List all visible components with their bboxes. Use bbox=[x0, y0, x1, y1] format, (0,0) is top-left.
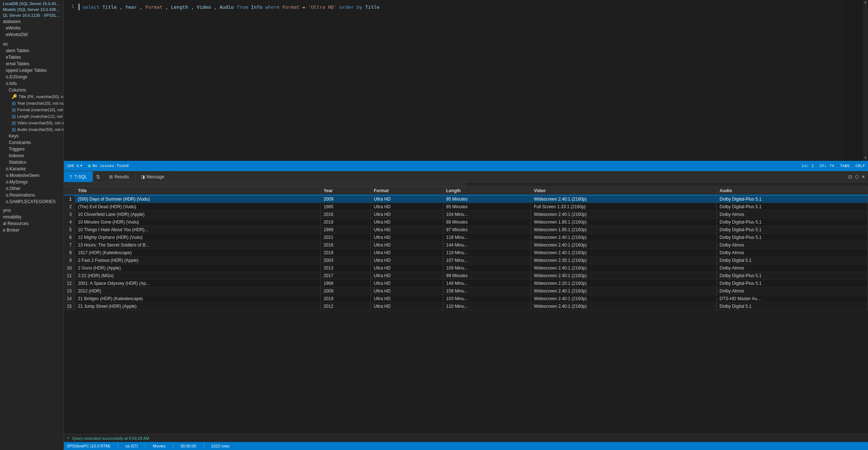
sidebar-item-columns[interactable]: Columns bbox=[0, 87, 63, 93]
cell-year: 1968 bbox=[320, 280, 371, 287]
sidebar-item-title-col[interactable]: 🔑 Title (PK, nvarchar(50), not nul bbox=[0, 93, 63, 100]
sidebar-item-localdb[interactable]: LocalDB (SQL Server 15.0.4382.1 bbox=[0, 1, 63, 7]
sidebar-item-mmability[interactable]: mmability bbox=[0, 214, 63, 220]
table-row[interactable]: 81917 (HDR) (Kaleidescape)2019Ultra HD11… bbox=[64, 249, 868, 257]
ch-indicator: Ch: 74 bbox=[820, 164, 834, 168]
cell-format: Ultra HD bbox=[371, 226, 443, 234]
table-row[interactable]: 612 Mighty Orphans (HDR) (Vudu)2021Ultra… bbox=[64, 234, 868, 241]
col-header-format[interactable]: Format bbox=[371, 187, 443, 195]
sidebar-item-audio-col[interactable]: ▤ Audio (nvarchar(50), not null) bbox=[0, 126, 63, 133]
text-cursor bbox=[78, 4, 80, 10]
table-row[interactable]: 92 Fast 2 Furious (HDR) (Apple)2003Ultra… bbox=[64, 257, 868, 264]
sidebar-item-other[interactable]: o.Other bbox=[0, 185, 63, 192]
col-header-video[interactable]: Video bbox=[531, 187, 717, 195]
sidebar-item-karaoke[interactable]: o.Karaoke bbox=[0, 166, 63, 172]
zoom-control[interactable]: 100 % ▼ bbox=[67, 164, 82, 168]
sidebar-item-mysongs[interactable]: o.MySongs bbox=[0, 179, 63, 185]
sidebar-item-yms[interactable]: yms bbox=[0, 207, 63, 214]
column-icon2: ▤ bbox=[12, 107, 16, 112]
table-row[interactable]: 2(The) Evil Dead (HDR) (Vudu)1985Ultra H… bbox=[64, 203, 868, 211]
float-results-icon[interactable]: ⬡ bbox=[855, 174, 859, 179]
sidebar-item-keys[interactable]: Keys bbox=[0, 133, 63, 139]
table-row[interactable]: 510 Things I Hate About You (HDR)...1999… bbox=[64, 226, 868, 234]
table-row[interactable]: 1521 Jump Street (HDR) (Apple)2012Ultra … bbox=[64, 303, 868, 310]
sql-editor[interactable]: 1 select Title , Year , Format , Length … bbox=[64, 0, 868, 171]
cell-length: 109 Minu... bbox=[443, 264, 531, 272]
sidebar-item-djsongs[interactable]: o.DJSongs bbox=[0, 74, 63, 80]
table-row[interactable]: 122001: A Space Odyssey (HDR) (Ap...1968… bbox=[64, 280, 868, 287]
sidebar-item-databases[interactable]: atabases bbox=[0, 18, 63, 25]
tab-results[interactable]: ⊞ Results bbox=[103, 171, 135, 182]
cell-format: Ultra HD bbox=[371, 264, 443, 272]
sidebar-item-statistics[interactable]: Statistics bbox=[0, 159, 63, 166]
results-horizontal-scrollbar[interactable] bbox=[64, 182, 868, 187]
zoom-dropdown-icon[interactable]: ▼ bbox=[80, 164, 82, 168]
sidebar-item-triggers[interactable]: Triggers bbox=[0, 146, 63, 152]
tab-message[interactable]: ◨ Message bbox=[135, 171, 170, 182]
cell-format: Ultra HD bbox=[371, 249, 443, 257]
cell-audio: Dolby Atmos bbox=[717, 211, 868, 218]
col-header-audio[interactable]: Audio bbox=[717, 187, 868, 195]
cell-year: 2009 bbox=[320, 287, 371, 295]
cell-length: 104 Minu... bbox=[443, 211, 531, 218]
results-table-container[interactable]: Title Year Format Length Video Audio 1(5… bbox=[64, 187, 868, 434]
tab-results-label: Results bbox=[114, 174, 129, 179]
cell-video: Widescreen 2.40:1 (2160p) bbox=[531, 295, 717, 303]
col-header-year[interactable]: Year bbox=[320, 187, 371, 195]
sidebar-item-al-resources[interactable]: al Resources bbox=[0, 220, 63, 227]
cell-audio: Dolby Digital-Plus 5.1 bbox=[717, 195, 868, 203]
cell-video: Widescreen 2.40:1 (2160p) bbox=[531, 303, 717, 310]
sidebar-item-eworksdw[interactable]: eWorksDW bbox=[0, 31, 63, 38]
table-row[interactable]: 1421 Bridges (HDR) (Kaleidescape)2019Ult… bbox=[64, 295, 868, 303]
sidebar-item-sqlserver16[interactable]: QL Server 16.0.1135 - XPSSLOWPC bbox=[0, 12, 63, 18]
sidebar-item-reservations[interactable]: o.Reservations bbox=[0, 192, 63, 198]
tab-tsql[interactable]: T T-SQL bbox=[64, 171, 93, 182]
column-icon3: ▤ bbox=[12, 114, 16, 119]
sidebar-item-moviesiveseen[interactable]: o.MoviesIveSeen bbox=[0, 172, 63, 179]
cell-video: Widescreen 2.40:1 (2160p) bbox=[531, 272, 717, 280]
table-row[interactable]: 410 Minutes Gone (HDR) (Vudu)2019Ultra H… bbox=[64, 218, 868, 226]
sidebar-item-system-tables[interactable]: stem Tables bbox=[0, 47, 63, 54]
sidebar-item-year-col[interactable]: ▤ Year (nvarchar(10), not null) bbox=[0, 100, 63, 106]
sidebar-item-constraints[interactable]: Constraints bbox=[0, 139, 63, 146]
close-results-icon[interactable]: ✕ bbox=[861, 174, 865, 179]
col-header-title[interactable]: Title bbox=[75, 187, 320, 195]
row-number: 1 bbox=[64, 195, 75, 203]
table-row[interactable]: 713 Hours: The Secret Soldiers of B...20… bbox=[64, 241, 868, 249]
sidebar-item-format-col[interactable]: ▤ Format (nvarchar(10), not nul bbox=[0, 106, 63, 113]
table-row[interactable]: 1(500) Days of Summer (HDR) (Vudu)2009Ul… bbox=[64, 195, 868, 203]
sql-code[interactable]: select Title , Year , Format , Length , … bbox=[82, 4, 379, 11]
sidebar-item-info[interactable]: o.Info bbox=[0, 80, 63, 87]
sidebar-item-sic[interactable]: sic bbox=[0, 41, 63, 47]
cell-year: 1999 bbox=[320, 226, 371, 234]
sidebar-item-video-col[interactable]: ▤ Video (nvarchar(50), not null) bbox=[0, 120, 63, 126]
cell-title: 10 Minutes Gone (HDR) (Vudu) bbox=[75, 218, 320, 226]
sidebar-item-indexes[interactable]: Indexes bbox=[0, 152, 63, 159]
cell-format: Ultra HD bbox=[371, 280, 443, 287]
editor-vertical-scrollbar[interactable]: ▲ ▼ bbox=[863, 0, 868, 161]
cell-title: 1917 (HDR) (Kaleidescape) bbox=[75, 249, 320, 257]
sidebar-item-etables[interactable]: eTables bbox=[0, 54, 63, 61]
cell-video: Widescreen 2.40:1 (2160p) bbox=[531, 264, 717, 272]
user-text: sa (57) bbox=[126, 444, 138, 448]
tab-divider-btn[interactable]: ⇅ bbox=[93, 171, 103, 182]
table-row[interactable]: 132012 (HDR)2009Ultra HD158 Minu...Wides… bbox=[64, 287, 868, 295]
sidebar-item-eternal-tables[interactable]: ernal Tables bbox=[0, 61, 63, 67]
cell-year: 2003 bbox=[320, 257, 371, 264]
table-row[interactable]: 112:22 (HDR) (MGo)2017Ultra HD99 Minutes… bbox=[64, 272, 868, 280]
table-row[interactable]: 310 Cloverfield Lane (HDR) (Apple)2016Ul… bbox=[64, 211, 868, 218]
table-row[interactable]: 102 Guns (HDR) (Apple)2013Ultra HD109 Mi… bbox=[64, 264, 868, 272]
sidebar-item-length-col[interactable]: ▤ Length (nvarchar(11), not null) bbox=[0, 113, 63, 120]
maximize-results-icon[interactable]: ⊡ bbox=[848, 174, 852, 179]
user-status: sa (57) bbox=[126, 444, 138, 448]
sidebar-item-e-broker[interactable]: e Broker bbox=[0, 227, 63, 233]
sidebar-item-models[interactable]: Models (SQL Server 15.0.4382.1 - bbox=[0, 7, 63, 12]
sidebar-item-samplecategories[interactable]: o.SAMPLECATEGORIES bbox=[0, 198, 63, 205]
row-number: 3 bbox=[64, 211, 75, 218]
row-number: 13 bbox=[64, 287, 75, 295]
sidebar-item-eworks[interactable]: eWorks bbox=[0, 25, 63, 31]
row-number: 15 bbox=[64, 303, 75, 310]
crlf-indicator: CRLF bbox=[856, 164, 865, 168]
sidebar-item-opped-ledger[interactable]: opped Ledger Tables bbox=[0, 67, 63, 74]
col-header-length[interactable]: Length bbox=[443, 187, 531, 195]
